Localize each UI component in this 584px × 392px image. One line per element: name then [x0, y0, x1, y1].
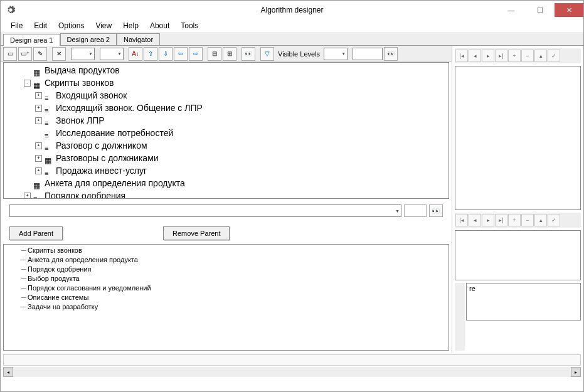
expand-icon[interactable]: +	[35, 117, 42, 124]
add-parent-button[interactable]: Add Parent	[9, 226, 63, 240]
tool-edit-icon[interactable]: ✎	[33, 47, 47, 61]
nav-minus-icon[interactable]: −	[521, 50, 534, 62]
nav-first-icon[interactable]: |◂	[455, 50, 468, 62]
app-gear-icon	[6, 5, 16, 15]
nav-edit-icon[interactable]: ▴	[534, 50, 547, 62]
tool-expand-icon[interactable]: ⊞	[223, 47, 236, 61]
tab-design-area-2[interactable]: Design area 2	[60, 33, 117, 45]
list-item[interactable]: Выбор продукта	[13, 274, 447, 283]
list-item[interactable]: Описание системы	[13, 293, 447, 302]
minimize-button[interactable]: —	[497, 3, 526, 17]
close-button[interactable]: ✕	[555, 3, 583, 17]
tool-delete-icon[interactable]: ✕	[52, 47, 66, 61]
tool-down-arrow-icon[interactable]: ⇩	[159, 47, 173, 61]
tool-left-arrow-icon[interactable]: ⇦	[174, 47, 188, 61]
tree-node[interactable]: +Разговоры с должниками	[13, 152, 447, 164]
expand-icon[interactable]: +	[35, 167, 42, 174]
tab-design-area-1[interactable]: Design area 1	[3, 34, 60, 46]
tree-node[interactable]: +Исходящий звонок. Общение с ЛПР	[13, 102, 447, 114]
tree-node-label: Исследование потребностей	[56, 127, 173, 139]
tree-node[interactable]: Выдача продуктов	[13, 64, 447, 77]
lines-icon	[45, 92, 53, 99]
middle-small-combo[interactable]	[404, 204, 427, 217]
tool-collapse-icon[interactable]: ⊟	[208, 47, 221, 61]
nav2-last-icon[interactable]: ▸|	[495, 214, 507, 226]
nav2-plus-icon[interactable]: +	[508, 214, 521, 226]
list-item[interactable]: Задачи на разработку	[13, 302, 447, 312]
menubar: File Edit Options View Help About Tools	[1, 19, 583, 32]
tree-node[interactable]: +Порядок одобрения	[13, 189, 447, 199]
remove-parent-button[interactable]: Remove Parent	[163, 226, 230, 240]
menu-edit[interactable]: Edit	[29, 20, 52, 31]
tool-binoculars-icon[interactable]: 👀	[384, 47, 398, 61]
tool-sort-icon[interactable]: A↓	[129, 47, 142, 61]
menu-tools[interactable]: Tools	[176, 20, 203, 31]
tool-right-arrow-icon[interactable]: ⇨	[189, 47, 203, 61]
expand-icon[interactable]: +	[24, 193, 31, 199]
nav-last-icon[interactable]: ▸|	[495, 50, 507, 62]
tool-new-icon[interactable]: ▭	[3, 47, 17, 61]
tree-node-label: Выдача продуктов	[45, 64, 120, 77]
tool-combo-3[interactable]	[353, 48, 383, 60]
horizontal-scrollbar[interactable]: ◂ ▸	[3, 367, 581, 377]
expand-icon[interactable]: +	[35, 142, 42, 149]
tree-node[interactable]: +Продажа инвест-услуг	[13, 164, 447, 177]
tree-node-label: Звонок ЛПР	[56, 114, 105, 127]
binoculars-icon[interactable]: 👀	[429, 204, 443, 217]
nav2-next-icon[interactable]: ▸	[482, 214, 494, 226]
visible-levels-combo[interactable]: ▼	[324, 48, 348, 60]
maximize-button[interactable]: ☐	[526, 3, 555, 17]
expand-icon[interactable]: +	[35, 105, 42, 112]
menu-about[interactable]: About	[145, 20, 174, 31]
nav2-prev-icon[interactable]: ◂	[469, 214, 481, 226]
middle-combo[interactable]: ▼	[9, 204, 401, 217]
tree-node[interactable]: -Скрипты звонков	[13, 77, 447, 89]
tree-node[interactable]: +Звонок ЛПР	[13, 114, 447, 127]
tree-node-label: Входящий звонок	[56, 89, 127, 102]
nav2-check-icon[interactable]: ✓	[548, 214, 560, 226]
nav-check-icon[interactable]: ✓	[548, 50, 560, 62]
scroll-right-icon[interactable]: ▸	[571, 367, 581, 377]
right-vscroll[interactable]	[455, 283, 465, 351]
nav2-edit-icon[interactable]: ▴	[534, 214, 547, 226]
tool-combo-2[interactable]: ▼	[100, 48, 124, 60]
collapse-icon[interactable]: -	[24, 80, 31, 87]
tree-node[interactable]: Анкета для определения продукта	[13, 177, 447, 189]
expand-icon[interactable]: +	[35, 155, 42, 162]
main-toolbar: ▭ ▭⁺ ✎ ✕ ▼ ▼ A↓ ⇧ ⇩ ⇦ ⇨ ⊟ ⊞ 👀 ▽ Visible …	[1, 46, 452, 62]
nav2-first-icon[interactable]: |◂	[455, 214, 468, 226]
right-panel-2	[455, 230, 581, 280]
nav2-minus-icon[interactable]: −	[521, 214, 534, 226]
right-text-input[interactable]: re	[466, 283, 581, 320]
tool-add-icon[interactable]: ▭⁺	[18, 47, 32, 61]
scroll-left-icon[interactable]: ◂	[3, 367, 13, 377]
tree-node[interactable]: +Разговор с должником	[13, 139, 447, 152]
grid-icon	[33, 66, 42, 74]
tool-find-icon[interactable]: 👀	[242, 47, 255, 61]
list-item[interactable]: Анкета для определения продукта	[13, 255, 447, 265]
menu-view[interactable]: View	[90, 20, 117, 31]
tree-node-label: Анкета для определения продукта	[45, 177, 185, 189]
nav-next-icon[interactable]: ▸	[482, 50, 494, 62]
list-item[interactable]: Порядок согласования и уведомлений	[13, 283, 447, 293]
bottom-list[interactable]: Скрипты звонковАнкета для определения пр…	[3, 244, 449, 351]
menu-options[interactable]: Options	[53, 20, 89, 31]
list-item[interactable]: Скрипты звонков	[13, 246, 447, 255]
tree-node-label: Продажа инвест-услуг	[56, 164, 147, 177]
tree-node[interactable]: Исследование потребностей	[13, 127, 447, 139]
tree-node[interactable]: +Входящий звонок	[13, 89, 447, 102]
list-item[interactable]: Порядок одобрения	[13, 265, 447, 274]
window-title: Algorithm designer	[260, 6, 323, 14]
lines-icon	[45, 104, 53, 112]
tab-navigator[interactable]: Navigator	[117, 33, 160, 45]
menu-help[interactable]: Help	[118, 20, 144, 31]
right-toolbar-2: |◂ ◂ ▸ ▸| + − ▴ ✓	[455, 213, 581, 228]
nav-plus-icon[interactable]: +	[508, 50, 521, 62]
expand-icon[interactable]: +	[35, 92, 42, 99]
tool-filter-icon[interactable]: ▽	[260, 47, 274, 61]
tree-view[interactable]: Выдача продуктов-Скрипты звонков+Входящи…	[3, 62, 449, 199]
tool-combo-1[interactable]: ▼	[71, 48, 95, 60]
nav-prev-icon[interactable]: ◂	[469, 50, 481, 62]
tool-up-arrow-icon[interactable]: ⇧	[144, 47, 157, 61]
menu-file[interactable]: File	[6, 20, 28, 31]
